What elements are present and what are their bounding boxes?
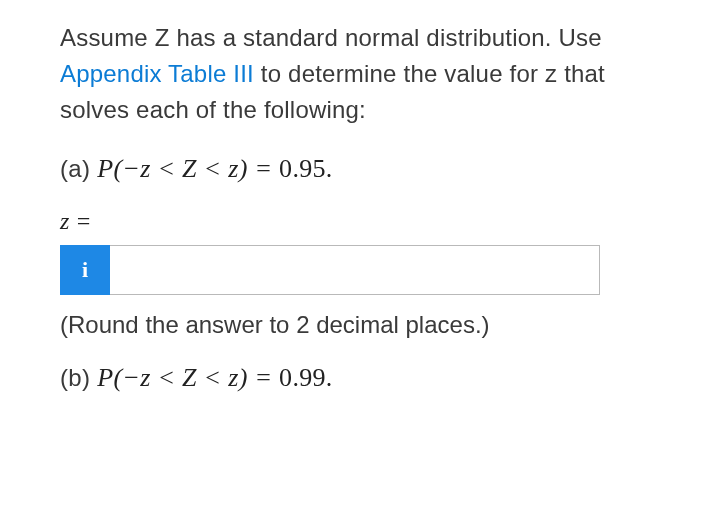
info-icon[interactable]: i <box>60 245 110 295</box>
part-a-expr-lhs: P(−z < Z < z) = <box>97 154 279 183</box>
part-a-expr-rhs: 0.95. <box>279 154 333 183</box>
z-equals-prompt: z = <box>60 208 660 235</box>
part-b: (b) P(−z < Z < z) = 0.99. <box>60 363 660 393</box>
rounding-hint: (Round the answer to 2 decimal places.) <box>60 311 660 339</box>
part-b-expr-lhs: P(−z < Z < z) = <box>97 363 279 392</box>
part-b-expr-rhs: 0.99. <box>279 363 333 392</box>
part-a: (a) P(−z < Z < z) = 0.95. <box>60 154 660 184</box>
info-icon-glyph: i <box>82 257 88 283</box>
part-a-label: (a) <box>60 155 97 182</box>
problem-intro: Assume Z has a standard normal distribut… <box>60 20 660 128</box>
appendix-link[interactable]: Appendix Table III <box>60 60 254 87</box>
answer-input-a[interactable] <box>110 245 600 295</box>
answer-input-row: i <box>60 245 600 295</box>
intro-text-before: Assume Z has a standard normal distribut… <box>60 24 602 51</box>
part-b-label: (b) <box>60 364 97 391</box>
